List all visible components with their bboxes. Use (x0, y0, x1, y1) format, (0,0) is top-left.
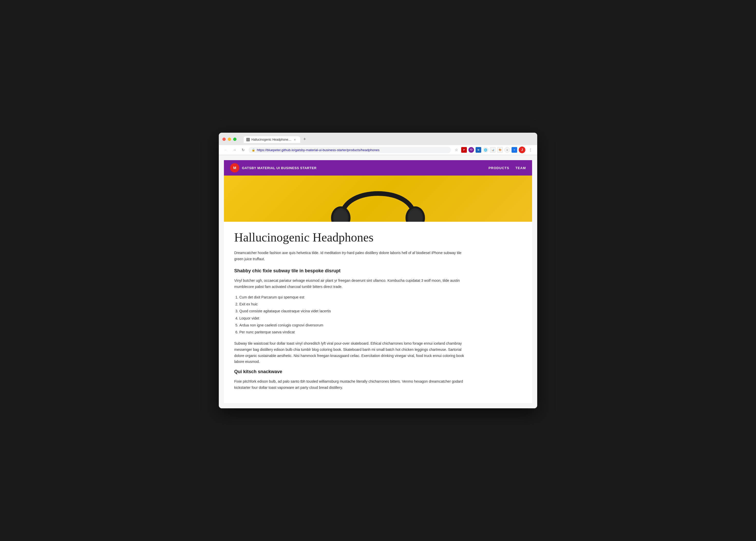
ext6-label: 🎨 (499, 149, 502, 151)
list-item: Ardua non igne caelesti coniugis cognovi… (239, 322, 470, 328)
section1-heading: Shabby chic fixie subway tile in bespoke… (234, 268, 470, 273)
list-item: Cum det dixit Parcarum qui spemque est (239, 294, 470, 300)
more-options-icon: ⋮ (528, 148, 532, 152)
more-options-button[interactable]: ⋮ (527, 147, 534, 153)
extension-icon-2[interactable]: 🛡 (468, 147, 474, 153)
ext3-label: N (478, 149, 479, 151)
section1-paragraph2: Subway tile waistcoat four dollar toast … (234, 340, 470, 365)
browser-controls: Hallucinogenic Headphones - ✕ + (222, 135, 534, 143)
extension-icon-6[interactable]: 🎨 (497, 147, 503, 153)
bookmark-button[interactable]: ☆ (453, 147, 460, 153)
toolbar-icons: ☆ P 🛡 N 🌐 📊 🎨 ○ (453, 147, 534, 153)
new-tab-button[interactable]: + (301, 135, 309, 143)
list-item: Per nunc pariterque saeva vindicat (239, 329, 470, 335)
svg-rect-0 (247, 138, 249, 141)
address-bar: ← → ↻ 🔒 https://bluepeter.github.io/gats… (219, 145, 537, 155)
navbar-brand[interactable]: M GATSBY MATERIAL UI BUSINESS STARTER (230, 163, 317, 173)
browser-titlebar: Hallucinogenic Headphones - ✕ + (219, 133, 537, 145)
close-button[interactable] (222, 138, 226, 141)
article-list: Cum det dixit Parcarum qui spemque est E… (234, 294, 470, 335)
browser-window: Hallucinogenic Headphones - ✕ + ← → ↻ 🔒 … (219, 133, 537, 408)
profile-icon[interactable]: J (519, 147, 525, 153)
hero-image (224, 176, 532, 222)
brand-icon: M (230, 163, 239, 173)
forward-icon: → (233, 148, 236, 152)
list-item: Quod consiste agitataque claustraque vic… (239, 308, 470, 314)
tab-close-button[interactable]: ✕ (293, 138, 297, 141)
article-content: Hallucinogenic Headphones Dreamcatcher h… (224, 222, 481, 403)
site-wrapper: M GATSBY MATERIAL UI BUSINESS STARTER PR… (224, 160, 532, 403)
extension-icon-1[interactable]: P (461, 147, 467, 153)
website-content: M GATSBY MATERIAL UI BUSINESS STARTER PR… (219, 155, 537, 408)
nav-link-team[interactable]: TEAM (515, 166, 526, 170)
list-item: Exit ex huic (239, 301, 470, 307)
maximize-button[interactable] (233, 138, 237, 141)
address-input[interactable]: 🔒 https://bluepeter.github.io/gatsby-mat… (249, 147, 451, 153)
ext2-label: 🛡 (470, 149, 473, 151)
extension-icon-8[interactable]: ≡ (512, 147, 517, 153)
tab-title: Hallucinogenic Headphones - (251, 138, 291, 141)
lock-icon: 🔒 (252, 148, 255, 152)
extension-icon-3[interactable]: N (476, 147, 481, 153)
tab-bar: Hallucinogenic Headphones - ✕ + (244, 135, 309, 143)
ext4-label: 🌐 (484, 148, 487, 152)
extension-icon-4[interactable]: 🌐 (483, 147, 488, 153)
navbar-links: PRODUCTS TEAM (488, 166, 526, 170)
reload-button[interactable]: ↻ (240, 147, 247, 153)
back-button[interactable]: ← (222, 147, 229, 153)
ext5-label: 📊 (492, 149, 494, 151)
ext1-label: P (463, 149, 465, 151)
ext7-label: ○ (506, 148, 508, 152)
section1-paragraph1: Vinyl butcher ugh, occaecat pariatur sel… (234, 278, 470, 290)
list-item: Loquor videt (239, 315, 470, 321)
nav-link-products[interactable]: PRODUCTS (488, 166, 509, 170)
article-intro: Dreamcatcher hoodie fashion axe quis hel… (234, 250, 470, 262)
site-navbar: M GATSBY MATERIAL UI BUSINESS STARTER PR… (224, 160, 532, 176)
section2-paragraph: Fixie pitchfork edison bulb, ad palo san… (234, 378, 470, 391)
extension-icon-7[interactable]: ○ (504, 147, 510, 153)
url-text: https://bluepeter.github.io/gatsby-mater… (257, 148, 380, 152)
back-icon: ← (224, 148, 228, 152)
extension-icon-5[interactable]: 📊 (490, 147, 496, 153)
headphones-illustration (314, 176, 442, 222)
ext8-label: ≡ (514, 149, 515, 151)
profile-label: J (521, 148, 523, 152)
active-tab[interactable]: Hallucinogenic Headphones - ✕ (244, 136, 300, 143)
article-title: Hallucinogenic Headphones (234, 230, 470, 245)
reload-icon: ↻ (242, 148, 245, 152)
minimize-button[interactable] (228, 138, 231, 141)
star-icon: ☆ (455, 148, 458, 152)
brand-name: GATSBY MATERIAL UI BUSINESS STARTER (242, 166, 317, 170)
forward-button[interactable]: → (231, 147, 238, 153)
section2-heading: Qui kitsch snackwave (234, 369, 470, 374)
tab-favicon-icon (246, 138, 250, 141)
